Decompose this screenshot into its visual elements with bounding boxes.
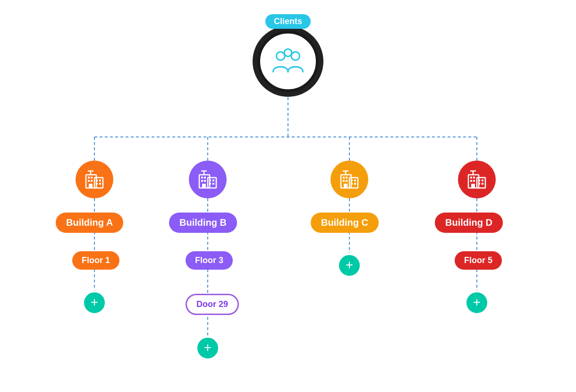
floor-1-label[interactable]: Floor 1 — [72, 251, 119, 270]
svg-rect-63 — [470, 180, 472, 182]
add-button-building-d[interactable]: + — [465, 291, 489, 315]
add-button-building-b[interactable]: + — [196, 336, 220, 360]
svg-rect-68 — [482, 179, 483, 181]
svg-point-18 — [277, 52, 285, 60]
root-circle — [257, 31, 319, 92]
svg-rect-44 — [212, 183, 214, 185]
svg-rect-43 — [209, 183, 211, 185]
svg-rect-31 — [99, 183, 101, 185]
svg-point-20 — [284, 49, 292, 57]
root-node: Clients — [257, 14, 319, 92]
svg-rect-42 — [212, 179, 214, 181]
building-a-label[interactable]: Building A — [56, 213, 123, 233]
floor-5-label[interactable]: Floor 5 — [455, 251, 502, 270]
svg-rect-65 — [471, 184, 475, 188]
floor-3-label[interactable]: Floor 3 — [186, 251, 233, 270]
svg-rect-29 — [99, 179, 101, 181]
svg-rect-25 — [91, 180, 93, 182]
svg-rect-69 — [478, 183, 480, 185]
building-d-label[interactable]: Building D — [435, 213, 503, 233]
org-diagram: Clients — [0, 0, 576, 392]
svg-rect-54 — [351, 179, 353, 181]
svg-rect-37 — [201, 180, 203, 182]
svg-rect-26 — [89, 184, 93, 188]
svg-rect-24 — [88, 180, 90, 182]
svg-rect-35 — [201, 177, 203, 179]
svg-rect-22 — [88, 177, 90, 179]
building-b-icon — [189, 161, 227, 198]
door-29-label[interactable]: Door 29 — [186, 294, 239, 315]
svg-point-19 — [291, 52, 300, 60]
svg-rect-30 — [96, 183, 98, 185]
add-button-building-c[interactable]: + — [338, 254, 361, 277]
svg-rect-53 — [349, 178, 358, 188]
svg-rect-23 — [91, 177, 93, 179]
svg-rect-61 — [470, 177, 472, 179]
svg-rect-40 — [208, 178, 216, 188]
svg-rect-50 — [343, 180, 345, 182]
building-a-icon — [76, 161, 113, 198]
svg-rect-51 — [346, 180, 347, 182]
svg-rect-39 — [202, 184, 206, 188]
svg-rect-38 — [204, 180, 206, 182]
svg-rect-28 — [96, 179, 98, 181]
svg-rect-67 — [478, 179, 480, 181]
add-button-building-a[interactable]: + — [83, 291, 106, 315]
svg-rect-27 — [94, 178, 103, 188]
svg-rect-57 — [354, 183, 356, 185]
svg-rect-66 — [477, 178, 485, 188]
building-b-label[interactable]: Building B — [169, 213, 237, 233]
svg-rect-55 — [354, 179, 356, 181]
svg-rect-36 — [204, 177, 206, 179]
svg-rect-62 — [473, 177, 475, 179]
svg-rect-48 — [343, 177, 345, 179]
svg-rect-64 — [473, 180, 475, 182]
svg-rect-70 — [482, 183, 483, 185]
building-c-label[interactable]: Building C — [311, 213, 379, 233]
building-d-icon — [458, 161, 496, 198]
svg-rect-41 — [209, 179, 211, 181]
building-c-icon — [330, 161, 368, 198]
root-label: Clients — [265, 14, 311, 29]
svg-rect-56 — [351, 183, 353, 185]
svg-rect-52 — [344, 184, 347, 188]
svg-rect-49 — [346, 177, 347, 179]
clients-icon — [271, 45, 305, 78]
